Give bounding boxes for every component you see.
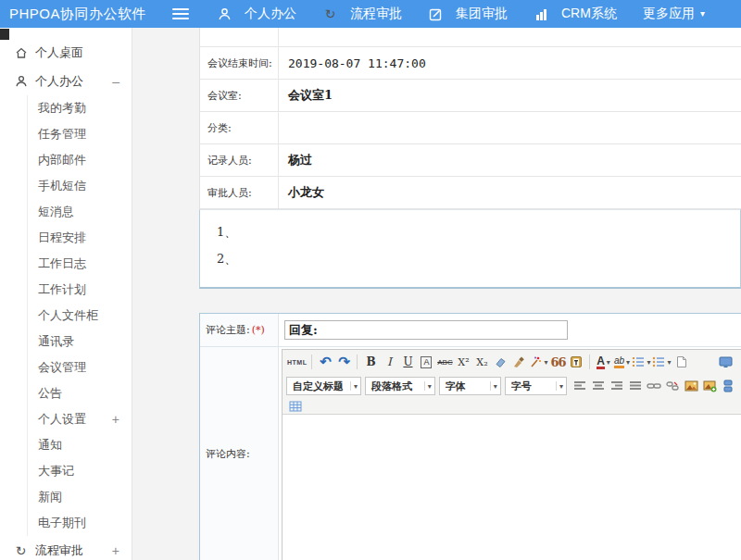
paste-text-icon[interactable] [568,353,584,371]
sidebar-item-desktop[interactable]: 个人桌面 [0,38,132,67]
content-line: 2、 [217,251,740,268]
required-mark: (*) [252,324,265,336]
caret-down-icon: ▾ [350,381,358,391]
editor-content-area[interactable] [283,415,741,560]
unlink-icon[interactable] [664,377,681,395]
paragraph-format-select[interactable]: 段落格式 ▾ [365,377,435,395]
sidebar-subitem[interactable]: 个人设置 + [28,406,132,432]
media-icon[interactable] [720,377,736,395]
align-right-icon[interactable] [609,377,625,395]
underline-button[interactable]: U [399,353,416,371]
font-size-select[interactable]: 字号 ▾ [505,377,567,395]
bar-chart-icon [534,7,549,21]
field-value: 2019-08-07 11:47:00 [279,47,426,79]
highlight-button[interactable]: ab ▾ [613,353,630,371]
nav-more-apps[interactable]: 更多应用 ▾ [643,6,705,22]
format-brush-icon[interactable] [510,353,527,371]
sidebar-subitem[interactable]: 短消息 [28,199,132,225]
caret-down-icon: ▾ [700,9,705,19]
nav-label: 更多应用 [643,6,695,22]
eraser-icon[interactable] [492,353,509,371]
sidebar-subitem[interactable]: 通讯录 [28,329,132,355]
toolbar-separator [311,355,312,369]
subscript-button[interactable]: X₂ [473,353,490,371]
field-value: 会议室1 [279,80,333,111]
sidebar-subitem-label: 个人文件柜 [38,307,98,324]
nav-workflow-approval[interactable]: ↻ 流程审批 [322,6,402,22]
redo-button[interactable]: ↷ [335,353,352,371]
font-family-select[interactable]: 字体 ▾ [439,377,501,395]
sidebar-subitem[interactable]: 通知 [28,432,132,458]
rich-text-editor: HTML ↶ ↷ B I U A ABC X² X₂ [282,349,741,560]
sidebar-subitem[interactable]: 大事记 [28,458,132,484]
sidebar-subitem-label: 个人设置 [38,411,86,428]
caret-down-icon: ▾ [667,358,671,367]
font-box-button[interactable]: A [421,356,432,368]
align-justify-icon[interactable] [627,377,644,395]
bold-button[interactable]: B [362,353,379,371]
italic-button[interactable]: I [381,353,397,371]
expand-toggle-icon[interactable]: + [112,412,119,427]
blockquote-button[interactable]: 66 [549,353,566,371]
nav-label: 集团审批 [456,6,508,22]
undo-button[interactable]: ↶ [317,353,333,371]
field-label: 会议结束时间: [200,47,279,79]
fullscreen-icon[interactable] [717,353,734,371]
expand-toggle-icon[interactable]: + [112,543,119,558]
sidebar-subitem[interactable]: 任务管理 [28,121,132,147]
app-logo: PHPOA协同办公软件 [0,6,172,23]
ordered-list-icon[interactable]: ▾ [632,353,650,371]
image-icon[interactable] [683,377,699,395]
topbar: PHPOA协同办公软件 个人办公 ↻ 流程审批 集团审批 CRM系统 更多应用 [0,0,741,28]
collapse-toggle-icon[interactable]: – [112,74,119,89]
caret-down-icon: ▾ [607,358,610,367]
content-line: 1、 [217,224,740,241]
editor-toolbar-row2: 自定义标题 ▾ 段落格式 ▾ 字体 ▾ [283,374,741,398]
align-center-icon[interactable] [590,377,607,395]
edit-square-icon [428,7,444,21]
source-code-button[interactable]: HTML [287,353,307,371]
unordered-list-icon[interactable]: ▾ [652,353,671,371]
link-icon[interactable] [646,377,662,395]
sidebar-subitem[interactable]: 日程安排 [28,225,132,251]
hamburger-menu-icon[interactable] [172,8,189,19]
sidebar-subitem[interactable]: 内部邮件 [28,147,132,173]
font-color-button[interactable]: A ▾ [595,353,611,371]
nav-crm-system[interactable]: CRM系统 [534,6,617,22]
table-row: 会议室: 会议室1 [200,80,741,112]
sidebar-subitem[interactable]: 新闻 [28,484,132,510]
nav-personal-office[interactable]: 个人办公 [217,6,296,22]
strikethrough-button[interactable]: ABC [436,353,453,371]
editor-toolbar-row1: HTML ↶ ↷ B I U A ABC X² X₂ [283,350,741,374]
nav-label: 个人办公 [245,6,296,22]
magic-wand-icon[interactable]: ▾ [529,353,547,371]
sidebar-subitem[interactable]: 工作计划 [28,277,132,303]
nav-group-approval[interactable]: 集团审批 [428,6,508,22]
sidebar-subitem[interactable]: 手机短信 [28,173,132,199]
sidebar-item-workflow-approval[interactable]: ↻ 流程审批 + [0,536,132,560]
heading-select[interactable]: 自定义标题 ▾ [286,377,361,395]
sidebar-subitem[interactable]: 工作日志 [28,251,132,277]
align-left-icon[interactable] [571,377,588,395]
sidebar: 个人桌面 个人办公 – 我的考勤 任务管理 [0,28,132,560]
sidebar-subitem[interactable]: 会议管理 [28,355,132,380]
comment-subject-input[interactable] [284,320,568,340]
sidebar-subitem[interactable]: 公告 [28,380,132,406]
sidebar-item-label: 个人办公 [35,73,83,90]
new-document-icon[interactable] [673,353,690,371]
sidebar-subitem[interactable]: 个人文件柜 [28,303,132,329]
sidebar-item-personal-office[interactable]: 个人办公 – [0,67,132,95]
superscript-button[interactable]: X² [455,353,471,371]
caret-down-icon: ▾ [647,358,650,367]
table-icon[interactable] [287,397,304,416]
sidebar-subitem[interactable]: 我的考勤 [28,95,132,121]
table-row: 记录人员: 杨过 [200,144,741,177]
image-add-icon[interactable] [701,377,718,395]
toolbar-separator [357,355,358,369]
sidebar-item-label: 流程审批 [35,542,83,559]
sidebar-subitem[interactable]: 电子期刊 [28,510,132,536]
person-icon [13,75,29,88]
sidebar-subitem-label: 内部邮件 [38,152,86,168]
workflow-refresh-icon: ↻ [322,7,338,20]
comment-content-row: 评论内容: HTML ↶ ↷ B I U [200,347,741,560]
